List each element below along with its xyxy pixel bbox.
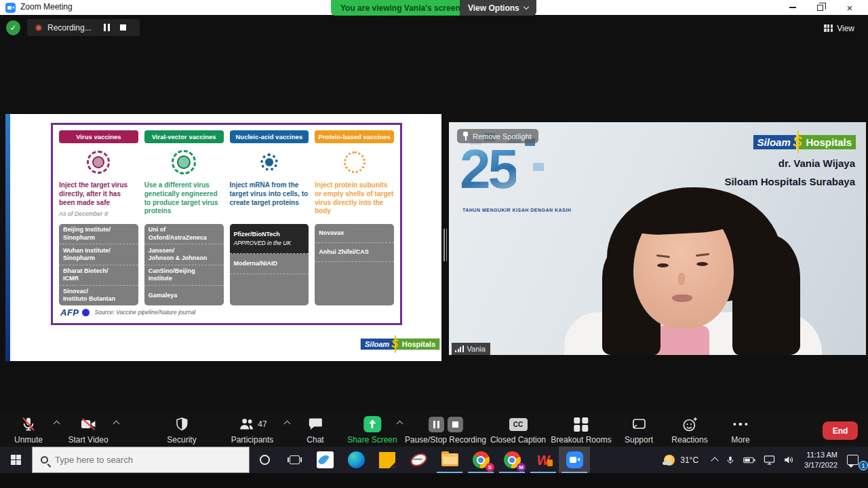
meeting-stage: ✓ Recording... View Virus vaccines Injec… [0, 15, 868, 462]
doctor-name: dr. Vania Wijaya [778, 157, 855, 169]
share-screen-label: Share Screen [347, 435, 397, 445]
taskbar-app-wps-office[interactable]: W [528, 447, 559, 473]
vaccine-column-nucleic-acid: Nucleic-acid vaccines Inject mRNA from t… [230, 130, 309, 305]
stop-recording-button[interactable] [117, 22, 130, 33]
viewing-screen-banner: You are viewing Vania's screen [331, 0, 470, 16]
unmute-options-caret[interactable] [54, 421, 60, 428]
zoom-app-icon [5, 3, 16, 13]
pin-icon [462, 132, 469, 140]
action-center-button[interactable]: 1 [843, 447, 868, 473]
minimize-button[interactable] [781, 0, 804, 15]
column-description: Inject mRNA from the target virus into c… [230, 181, 309, 207]
vaccine-item: Sinovac/ Instituto Butantan [59, 286, 138, 305]
share-screen-button[interactable]: Share Screen [347, 415, 397, 445]
weather-widget[interactable]: 31°C [660, 447, 708, 473]
participants-count: 47 [258, 419, 267, 429]
start-button[interactable] [0, 447, 32, 473]
taskbar-app-edge[interactable] [340, 447, 372, 473]
virus-icon [172, 150, 196, 174]
taskbar-app-photo-editor[interactable] [309, 447, 340, 473]
vaccine-list: Beijing Institute/ Sinopharm Wuhan Insti… [59, 224, 138, 305]
vaccine-item: Wuhan Institute/ Sinopharm [59, 244, 138, 265]
pane-divider-handle[interactable] [443, 229, 448, 261]
task-view-button[interactable] [279, 447, 309, 473]
closed-caption-button[interactable]: CC Closed Caption [490, 415, 546, 445]
search-input[interactable] [55, 455, 224, 465]
zoom-icon [566, 451, 583, 468]
participant-name-tag: Vania [452, 343, 490, 355]
siloam-hospitals-logo: Siloam S Hospitals [753, 133, 856, 151]
taskbar-app-zoom[interactable] [559, 447, 590, 473]
stop-recording-icon[interactable] [447, 417, 462, 432]
vaccine-item: Gamaleya [144, 286, 224, 305]
share-options-caret[interactable] [397, 421, 403, 428]
security-button[interactable]: Security [167, 415, 196, 445]
remove-spotlight-label: Remove Spotlight [473, 132, 532, 140]
support-button[interactable]: Support [625, 415, 653, 445]
vaccine-list: Uni of Oxford/AstraZeneca Janssen/ Johns… [144, 224, 224, 305]
encryption-shield-icon[interactable]: ✓ [6, 20, 20, 35]
column-description: Use a different virus genetically engine… [144, 181, 224, 216]
view-options-button[interactable]: View Options [460, 0, 536, 16]
restore-button[interactable] [808, 0, 831, 15]
notification-badge: 1 [859, 461, 868, 470]
temperature: 31°C [675, 455, 704, 465]
breakout-rooms-button[interactable]: Breakout Rooms [551, 415, 611, 445]
video-options-caret[interactable] [113, 421, 120, 428]
tray-network[interactable] [760, 447, 779, 473]
pause-recording-button[interactable] [101, 22, 113, 33]
start-video-button[interactable]: Start Video [68, 415, 108, 445]
taskbar-search[interactable] [32, 447, 250, 473]
taskbar-app-file-explorer[interactable] [434, 447, 465, 473]
minimize-icon [789, 7, 796, 8]
windows-taskbar: S M W 31°C 1 [0, 447, 868, 473]
tray-microphone[interactable] [722, 447, 739, 473]
afp-logo: AFP [60, 307, 79, 318]
unmute-button[interactable]: Unmute [14, 415, 43, 445]
anniversary-number: 25 [460, 141, 516, 197]
share-screen-icon [363, 416, 381, 432]
search-icon [41, 456, 48, 464]
tray-battery[interactable] [739, 447, 760, 473]
vaccine-item: Novavax [315, 224, 394, 243]
window-title: Zoom Meeting [20, 2, 73, 12]
cc-icon: CC [509, 418, 528, 431]
hidden-icons-button[interactable] [708, 447, 722, 473]
anniversary-collage: 25 [460, 140, 555, 208]
vaccine-item: Moderna/NIAID [230, 254, 309, 274]
support-label: Support [625, 435, 653, 445]
start-video-label: Start Video [68, 435, 108, 445]
vaccine-list-empty [315, 262, 394, 305]
speaker-video-tile: Remove Spotlight 25 TAHUN MENGUKIR KISAH… [449, 122, 866, 355]
zoom-meeting-window: Zoom Meeting You are viewing Vania's scr… [0, 0, 868, 488]
pause-recording-icon[interactable] [428, 417, 443, 432]
tray-volume[interactable] [779, 447, 799, 473]
reactions-button[interactable]: Reactions [671, 415, 707, 445]
close-button[interactable]: × [838, 0, 861, 15]
task-view-icon [290, 455, 300, 464]
taskbar-app-chrome-profile-s[interactable]: S [465, 447, 496, 473]
view-button[interactable]: View [818, 20, 860, 36]
pause-stop-recording-button[interactable]: Pause/Stop Recording [405, 415, 486, 445]
clock-time: 11:13 AM [804, 450, 837, 459]
participants-options-caret[interactable] [284, 421, 291, 428]
taskbar-clock[interactable]: 11:13 AM 3/17/2022 [799, 450, 843, 470]
security-label: Security [167, 435, 196, 445]
closed-caption-label: Closed Caption [490, 435, 546, 445]
column-header: Protein-based vaccines [315, 130, 394, 143]
end-meeting-button[interactable]: End [823, 421, 858, 440]
vaccine-list-empty [230, 274, 309, 305]
cortana-button[interactable] [250, 447, 279, 473]
taskbar-app-sticky-notes[interactable] [372, 447, 403, 473]
taskbar-app-snipping-tool[interactable] [403, 447, 434, 473]
edge-icon [348, 451, 365, 468]
shield-icon [174, 415, 189, 433]
remove-spotlight-button[interactable]: Remove Spotlight [457, 129, 538, 143]
taskbar-app-chrome-profile-m[interactable]: M [496, 447, 528, 473]
chat-button[interactable]: Chat [307, 415, 323, 445]
speaker-face [633, 204, 734, 329]
slide-left-accent-bar [5, 114, 10, 361]
virus-icon [87, 151, 110, 174]
more-button[interactable]: More [731, 415, 749, 445]
participants-button[interactable]: 47 Participants [231, 415, 274, 445]
